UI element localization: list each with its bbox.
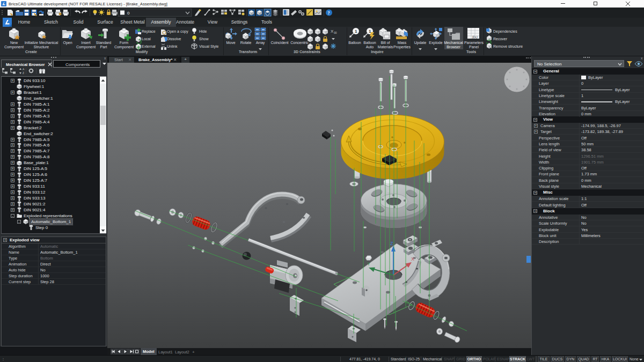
svg-text:X: X: [411, 256, 414, 262]
svg-text:Z: Z: [23, 71, 24, 75]
svg-text:30: 30: [334, 31, 337, 34]
svg-text:A: A: [23, 68, 25, 71]
svg-text:?: ?: [328, 11, 330, 16]
svg-text:Z: Z: [390, 241, 393, 246]
svg-text:1: 1: [355, 29, 357, 34]
svg-text:0: 0: [127, 11, 130, 16]
svg-text:Y: Y: [367, 261, 370, 267]
svg-text:f(x): f(x): [472, 35, 478, 39]
